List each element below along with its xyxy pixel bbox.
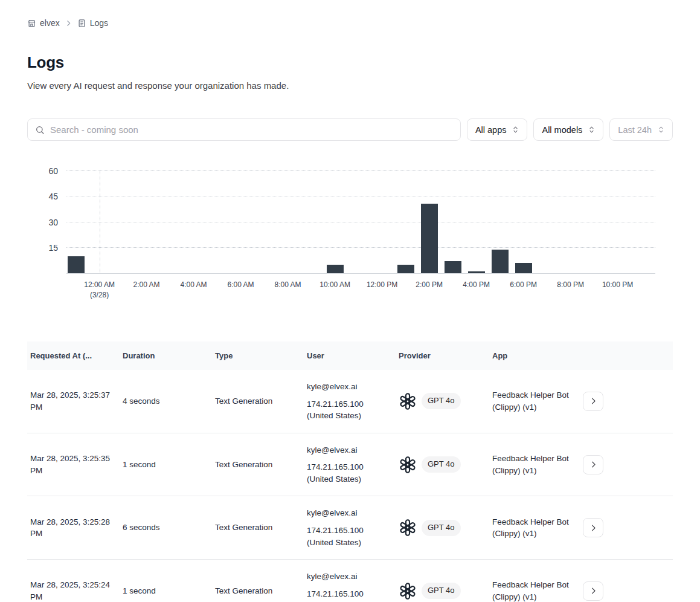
chevron-right-icon — [589, 460, 598, 469]
models-filter-select[interactable]: All models — [533, 118, 603, 141]
breadcrumb-org-label: elvex — [40, 18, 60, 28]
open-log-button[interactable] — [583, 392, 603, 411]
column-header-requested-at: Requested At (... — [27, 341, 120, 370]
apps-filter-value: All apps — [475, 125, 507, 135]
apps-filter-select[interactable]: All apps — [467, 118, 528, 141]
chart-x-tick-label: 8:00 AM — [275, 280, 301, 290]
column-header-provider: Provider — [396, 341, 489, 370]
logs-icon — [77, 19, 86, 28]
provider-cell: GPT 4o — [396, 433, 489, 496]
search-box[interactable] — [27, 118, 461, 141]
provider-cell: GPT 4o — [396, 496, 489, 560]
user-email: kyle@elvex.ai — [307, 571, 390, 583]
column-header-user: User — [304, 341, 396, 370]
app-cell: Feedback Helper Bot (Clippy) (v1) — [489, 496, 580, 560]
open-log-button[interactable] — [583, 518, 603, 537]
chart-bar — [445, 261, 461, 273]
user-ip: 174.21.165.100 (United States) — [307, 461, 390, 485]
chart-bar — [515, 263, 532, 273]
chevron-right-icon — [589, 523, 598, 532]
chart-gridline — [66, 196, 655, 196]
chart-y-tick-label: 30 — [48, 217, 58, 228]
type-cell: Text Generation — [212, 496, 304, 560]
column-header-type: Type — [212, 341, 304, 370]
requested-at-cell: Mar 28, 2025, 3:25:35 PM — [27, 433, 120, 496]
breadcrumb: elvex Logs — [27, 18, 673, 28]
organization-icon — [27, 19, 36, 28]
requested-at-cell: Mar 28, 2025, 3:25:28 PM — [27, 496, 120, 560]
chart-bar — [68, 256, 85, 273]
chart-bar — [492, 250, 509, 273]
log-row[interactable]: Mar 28, 2025, 3:25:37 PM4 secondsText Ge… — [27, 370, 673, 433]
model-badge: GPT 4o — [422, 583, 461, 599]
actions-cell — [580, 560, 673, 602]
logs-table-container: Requested At (... Duration Type User Pro… — [27, 341, 673, 602]
actions-cell — [580, 370, 673, 433]
column-header-duration: Duration — [120, 341, 212, 370]
duration-cell: 4 seconds — [120, 370, 212, 433]
models-filter-value: All models — [542, 125, 582, 135]
chevrons-up-down-icon — [511, 125, 520, 134]
chart-bar — [468, 271, 485, 273]
actions-cell — [580, 433, 673, 496]
openai-logo-icon — [399, 456, 417, 474]
duration-cell: 1 second — [120, 560, 212, 602]
chart-x-tick-label: 8:00 PM — [557, 280, 584, 290]
page-subtitle: View every AI request and response your … — [27, 80, 673, 91]
requested-at-cell: Mar 28, 2025, 3:25:24 PM — [27, 560, 120, 602]
chart-x-tick-label: 10:00 AM — [319, 280, 350, 290]
requests-per-hour-chart: 1530456012:00 AM(3/28)2:00 AM4:00 AM6:00… — [66, 171, 655, 303]
user-cell: kyle@elvex.ai174.21.165.100 (United Stat… — [304, 370, 396, 433]
time-range-filter-select[interactable]: Last 24h — [609, 118, 673, 141]
user-ip: 174.21.165.100 (United States) — [307, 398, 390, 422]
breadcrumb-logs[interactable]: Logs — [77, 18, 108, 28]
chart-x-tick-label: 6:00 PM — [510, 280, 537, 290]
chart-plot-area: 1530456012:00 AM(3/28)2:00 AM4:00 AM6:00… — [66, 171, 655, 274]
app-cell: Feedback Helper Bot (Clippy) (v1) — [489, 370, 580, 433]
chart-x-tick-label: 6:00 AM — [228, 280, 254, 290]
logs-page: elvex Logs Logs View every AI request an… — [0, 0, 700, 602]
provider-cell: GPT 4o — [396, 370, 489, 433]
type-cell: Text Generation — [212, 560, 304, 602]
log-row[interactable]: Mar 28, 2025, 3:25:28 PM6 secondsText Ge… — [27, 496, 673, 560]
chevrons-up-down-icon — [587, 125, 596, 134]
column-header-app: App — [489, 341, 580, 370]
breadcrumb-org[interactable]: elvex — [27, 18, 60, 28]
chart-y-tick-label: 45 — [48, 191, 58, 202]
user-ip: 174.21.165.100 (United States) — [307, 588, 390, 602]
chart-bar — [421, 204, 438, 273]
model-badge: GPT 4o — [422, 393, 461, 409]
chart-bar — [327, 265, 344, 273]
requested-at-cell: Mar 28, 2025, 3:25:37 PM — [27, 370, 120, 433]
log-row[interactable]: Mar 28, 2025, 3:25:24 PM1 secondText Gen… — [27, 560, 673, 602]
chart-x-tick-label: 12:00 AM(3/28) — [84, 280, 115, 301]
time-range-filter-value: Last 24h — [618, 125, 652, 135]
user-ip: 174.21.165.100 (United States) — [307, 525, 390, 548]
openai-logo-icon — [399, 582, 417, 600]
model-badge: GPT 4o — [422, 456, 461, 473]
user-cell: kyle@elvex.ai174.21.165.100 (United Stat… — [304, 496, 396, 560]
search-icon — [35, 125, 45, 135]
search-input[interactable] — [50, 125, 453, 135]
open-log-button[interactable] — [583, 581, 603, 601]
chart-x-tick-label: 2:00 PM — [416, 280, 443, 290]
provider-cell: GPT 4o — [396, 560, 489, 602]
app-cell: Feedback Helper Bot (Clippy) (v1) — [489, 433, 580, 496]
log-row[interactable]: Mar 28, 2025, 3:25:35 PM1 secondText Gen… — [27, 433, 673, 496]
logs-table-body: Mar 28, 2025, 3:25:37 PM4 secondsText Ge… — [27, 370, 673, 602]
app-cell: Feedback Helper Bot (Clippy) (v1) — [489, 560, 580, 602]
column-header-actions — [580, 341, 673, 370]
open-log-button[interactable] — [583, 455, 603, 474]
chevron-right-icon — [589, 396, 598, 406]
chart-y-tick-label: 15 — [48, 242, 58, 253]
chart-x-tick-label: 12:00 PM — [367, 280, 397, 290]
chevron-right-icon — [589, 586, 598, 595]
user-cell: kyle@elvex.ai174.21.165.100 (United Stat… — [304, 560, 396, 602]
chart-x-tick-label: 10:00 PM — [602, 280, 633, 290]
breadcrumb-page-label: Logs — [90, 18, 108, 28]
chart-date-divider-line — [100, 171, 100, 273]
chart-x-tick-label: 2:00 AM — [133, 280, 160, 290]
duration-cell: 1 second — [120, 433, 212, 496]
chart-gridline — [66, 247, 655, 248]
chart-x-tick-label: 4:00 PM — [463, 280, 490, 290]
